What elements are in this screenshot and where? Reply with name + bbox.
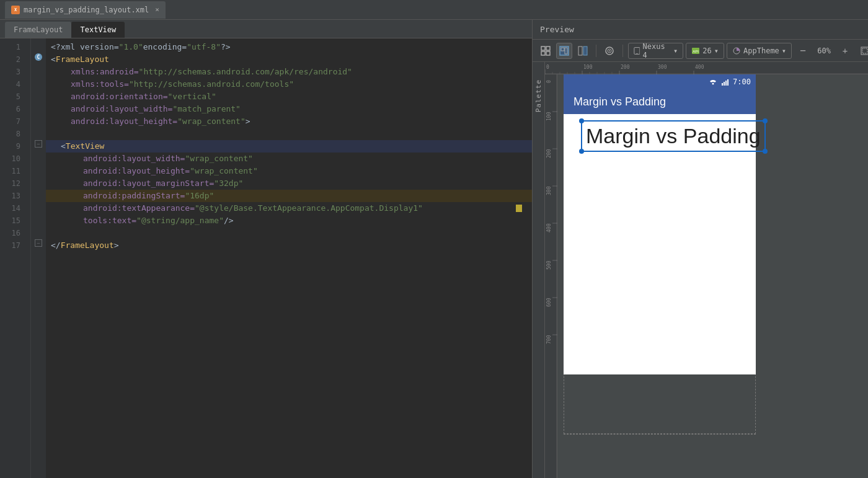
code-line: </FrameLayout> [46,239,532,252]
zoom-out-button[interactable]: − [794,43,812,59]
code-line: <FrameLayout [46,53,532,66]
svg-text:200: 200 [546,149,552,158]
code-line: android:paddingStart="16dp" [46,190,532,202]
wifi-icon [708,78,718,86]
palette-tab-label[interactable]: Palette [534,79,542,112]
ruler-top-svg: 0 100 200 300 400 [545,62,868,74]
editor-pane: FrameLayout TextView 12345 678910 111213… [0,20,532,478]
fold-indicator-framelayout-end[interactable]: − [35,239,42,247]
svg-point-11 [609,50,610,51]
canvas-viewport[interactable]: 7:00 Margin vs Padding [557,74,868,478]
device-dropdown[interactable]: Nexus 4 ▾ [628,43,684,59]
svg-text:100: 100 [546,112,552,121]
handle-br [763,149,768,154]
file-tab[interactable]: X margin_vs_padding_layout.xml × [5,1,166,19]
svg-point-55 [712,83,714,85]
svg-text:400: 400 [695,64,704,70]
handle-bl [579,149,584,154]
zoom-in-button[interactable]: + [836,43,854,59]
preview-pane: Preview ⚙ ▾ [532,20,868,478]
svg-rect-18 [862,48,867,53]
device-action-bar: Margin vs Padding [564,89,756,114]
theme-label: AppTheme [743,46,779,55]
gutter: C − − [31,38,46,478]
code-line: android:layout_marginStart="32dp" [46,177,532,190]
design-view-button[interactable] [538,43,554,59]
svg-text:300: 300 [546,186,552,195]
device-status-bar: 7:00 [564,74,756,89]
textview-selected[interactable]: Margin vs Padding [581,120,766,152]
device-dropdown-arrow: ▾ [673,46,678,55]
code-line [46,227,532,239]
action-bar-title: Margin vs Padding [574,95,666,108]
fold-indicator-textview[interactable]: − [35,140,42,148]
svg-rect-12 [634,47,640,54]
api-label: 26 [702,46,711,55]
svg-rect-58 [725,81,727,86]
ruler-top: 0 100 200 300 400 [545,62,868,74]
svg-rect-1 [546,46,550,50]
zoom-out-icon: − [800,46,806,56]
code-line: xmlns:android="http://schemas.android.co… [46,66,532,78]
svg-text:API: API [693,50,699,53]
tab-framelayout[interactable]: FrameLayout [5,22,71,38]
theme-dropdown-arrow: ▾ [782,46,786,55]
svg-rect-8 [583,46,587,55]
fit-screen-button[interactable] [856,43,868,59]
svg-rect-59 [727,79,728,86]
code-line: xmlns:tools="http://schemas.android.com/… [46,78,532,91]
both-view-button[interactable] [575,43,591,59]
code-line: android:textAppearance="@style/Base.Text… [46,202,532,215]
svg-rect-0 [541,46,545,50]
device-label: Nexus 4 [642,42,671,60]
textview-content: Margin vs Padding [586,124,761,148]
blueprint-view-button[interactable] [556,43,572,59]
title-bar: X margin_vs_padding_layout.xml × [0,0,868,20]
svg-text:400: 400 [546,223,552,232]
main-area: FrameLayout TextView 12345 678910 111213… [0,20,868,478]
svg-rect-57 [724,82,725,86]
preview-title: Preview [540,25,574,34]
zoom-level: 60% [814,46,834,55]
svg-rect-7 [578,46,582,55]
ruler-left-svg: 0 100 200 300 400 500 600 700 [545,74,557,478]
code-line: android:layout_width="match_parent" [46,103,532,115]
code-line: android:orientation="vertical" [46,91,532,103]
svg-text:0: 0 [546,80,552,83]
svg-text:600: 600 [546,298,552,307]
device-mock: 7:00 Margin vs Padding [564,74,756,478]
svg-text:0: 0 [546,64,549,70]
signal-icon [722,78,729,86]
preview-canvas-container: Palette 0 100 200 300 400 [533,62,868,478]
ruler-left: 0 100 200 300 400 500 600 700 [545,74,557,478]
file-tab-label: margin_vs_padding_layout.xml [24,6,149,14]
handle-tl [579,118,584,123]
svg-text:200: 200 [621,64,630,70]
device-content: Margin vs Padding [564,114,756,374]
code-content[interactable]: <?xml version="1.0" encoding="utf-8"?> <… [46,38,532,478]
preview-toolbar: Nexus 4 ▾ API 26 ▾ AppTheme ▾ [533,40,868,62]
code-line: tools:text="@string/app_name"/> [46,215,532,227]
indicator-c: C [35,53,42,61]
palette-side: Palette [533,62,545,478]
svg-text:700: 700 [546,335,552,344]
svg-text:500: 500 [546,260,552,270]
code-line: <?xml version="1.0" encoding="utf-8"?> [46,41,532,53]
theme-dropdown[interactable]: AppTheme ▾ [727,43,792,59]
svg-text:300: 300 [658,64,667,70]
code-line: android:layout_height="wrap_content" [46,165,532,177]
tab-close-button[interactable]: × [155,6,159,14]
right-mark [516,205,522,212]
code-line [46,128,532,140]
api-dropdown[interactable]: API 26 ▾ [686,43,724,59]
line-numbers: 12345 678910 1112131415 1617 [0,38,31,478]
status-time: 7:00 [733,77,751,86]
zoom-in-icon: + [843,46,848,55]
api-dropdown-arrow: ▾ [714,46,719,55]
code-line: <TextView [46,140,532,153]
svg-rect-2 [541,51,545,55]
tab-textview[interactable]: TextView [71,22,125,38]
constraint-button[interactable] [601,43,618,59]
editor-tabs: FrameLayout TextView [0,20,532,38]
svg-rect-3 [546,51,550,55]
